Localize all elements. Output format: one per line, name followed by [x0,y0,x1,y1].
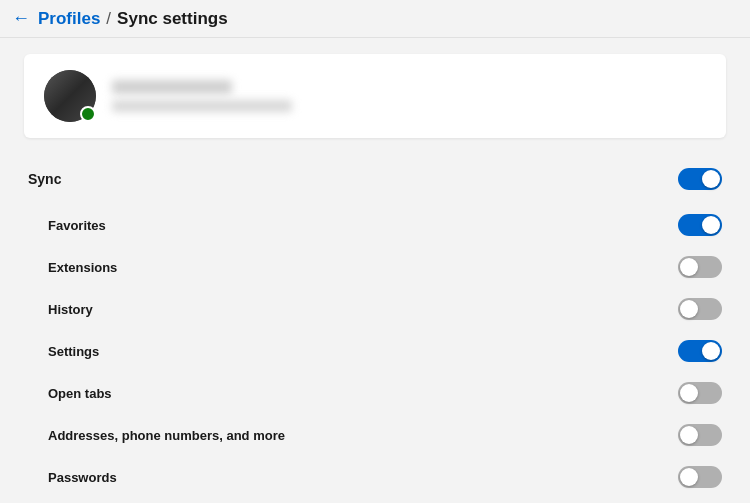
sync-toggle-passwords[interactable] [678,466,722,488]
breadcrumb-separator: / [106,9,111,29]
sync-toggle-favorites[interactable] [678,214,722,236]
profile-info [112,80,292,112]
sync-items-list: Favorites Extensions [28,204,722,498]
sync-item-label-open-tabs: Open tabs [48,386,112,401]
avatar-online-badge [80,106,96,122]
sync-item-label-favorites: Favorites [48,218,106,233]
sync-item-label-settings: Settings [48,344,99,359]
sync-toggle-addresses[interactable] [678,424,722,446]
profile-card [24,54,726,138]
sync-toggle-extensions[interactable] [678,256,722,278]
main-content: Sync Favorites [0,38,750,503]
sync-item-extensions: Extensions [48,246,722,288]
sync-main-knob [702,170,720,188]
breadcrumb-current-page: Sync settings [117,9,228,29]
sync-item-label-addresses: Addresses, phone numbers, and more [48,428,285,443]
breadcrumb: Profiles / Sync settings [38,9,228,29]
sync-item-history: History [48,288,722,330]
sync-item-open-tabs: Open tabs [48,372,722,414]
back-button[interactable]: ← [12,8,30,29]
sync-section: Sync Favorites [24,158,726,498]
sync-item-label-history: History [48,302,93,317]
sync-toggle-settings[interactable] [678,340,722,362]
sync-item-label-passwords: Passwords [48,470,117,485]
sync-main-label: Sync [28,171,61,187]
page-header: ← Profiles / Sync settings [0,0,750,38]
sync-toggle-open-tabs[interactable] [678,382,722,404]
breadcrumb-profiles-link[interactable]: Profiles [38,9,100,29]
sync-item-addresses: Addresses, phone numbers, and more [48,414,722,456]
sync-item-label-extensions: Extensions [48,260,117,275]
sync-main-slider [678,168,722,190]
sync-main-toggle[interactable] [678,168,722,190]
sync-item-settings: Settings [48,330,722,372]
sync-toggle-history[interactable] [678,298,722,320]
sync-item-passwords: Passwords [48,456,722,498]
profile-name [112,80,232,94]
profile-email [112,100,292,112]
avatar-wrapper [44,70,96,122]
sync-item-favorites: Favorites [48,204,722,246]
sync-main-row: Sync [28,158,722,200]
